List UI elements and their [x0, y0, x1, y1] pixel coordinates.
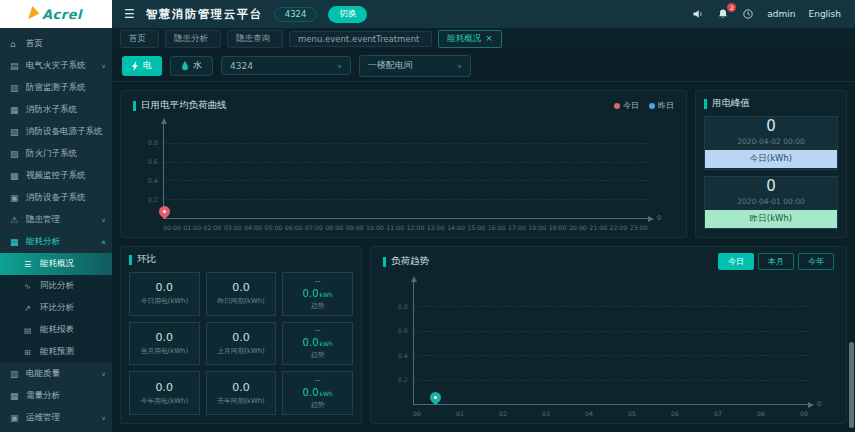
history-clock-icon[interactable]	[742, 8, 754, 20]
peak-panel: 用电峰值 0 2020-04-02 00:00 今日(kWh) 0 2020-0…	[695, 90, 847, 238]
x-axis-arrow-icon	[648, 216, 654, 222]
peak-time-yesterday: 2020-04-01 00:00	[737, 197, 805, 206]
sidebar-item-label: 隐患管理	[26, 214, 99, 226]
data-point-marker	[428, 390, 444, 406]
chevron-icon: ∨	[101, 63, 106, 69]
stat-card: 0.0 当月用电(kWh)	[129, 322, 200, 366]
legend-dot-yesterday	[649, 103, 655, 109]
tab[interactable]: 隐患分析	[165, 30, 221, 48]
sidebar-item[interactable]: ▩ 视频监控子系统	[0, 165, 112, 187]
chevron-icon: ∧	[101, 239, 106, 245]
sidebar-item[interactable]: ⌂ 首页	[0, 33, 112, 55]
sidebar-item[interactable]: ☰ 能耗概况	[0, 253, 112, 275]
legend-dot-today	[614, 103, 620, 109]
trend-card: -- 0.0kWh 趋势	[282, 322, 353, 366]
y-tick: 0.8	[148, 139, 158, 147]
x-tick: 08	[757, 410, 765, 417]
sidebar-item[interactable]: ▦ 需量分析	[0, 385, 112, 407]
range-button[interactable]: 本月	[758, 253, 794, 270]
stat-card: 0.0 上月同期(kWh)	[206, 322, 277, 366]
tab-label: 隐患查询	[236, 33, 270, 45]
sidebar-item[interactable]: ∿ 同比分析	[0, 275, 112, 297]
scrollbar-thumb[interactable]	[849, 342, 854, 428]
huanbi-title: 环比	[137, 253, 156, 266]
logo-text: Acrel	[42, 7, 82, 22]
legend-today[interactable]: 今日	[614, 100, 639, 111]
sidebar-item-icon: ▥	[10, 83, 22, 93]
electric-toggle-button[interactable]: 电	[122, 56, 162, 76]
sidebar-item[interactable]: ⚠ 隐患管理 ∨	[0, 209, 112, 231]
acrel-logo: Acrel	[0, 0, 112, 28]
sidebar-item[interactable]: ▥ 电能质量 ∨	[0, 363, 112, 385]
sidebar-item[interactable]: ⊞ 能耗预测	[0, 341, 112, 363]
tab[interactable]: menu.event.eventTreatment	[289, 31, 432, 47]
y-axis-labels: 0.80.60.40.2	[140, 124, 158, 219]
tab[interactable]: 能耗概况 ×	[438, 30, 502, 48]
x-tick: 09	[800, 410, 808, 417]
range-button[interactable]: 今日	[718, 253, 754, 270]
legend-yesterday[interactable]: 昨日	[649, 100, 674, 111]
sidebar-item[interactable]: ▤ 电气火灾子系统 ∨	[0, 55, 112, 77]
water-drop-icon	[181, 61, 189, 71]
switch-button[interactable]: 切换	[328, 6, 367, 23]
trend-label: 趋势	[311, 400, 325, 410]
x-axis-labels: 00:0001:0002:0003:0004:0005:0006:0007:00…	[163, 224, 648, 231]
dashboard-content: 日用电平均负荷曲线 今日 昨日	[112, 82, 855, 432]
menu-collapse-icon[interactable]: ☰	[124, 7, 135, 21]
range-button[interactable]: 今年	[798, 253, 834, 270]
tab[interactable]: 隐患查询	[227, 30, 283, 48]
sidebar-item-icon: ▦	[10, 237, 22, 247]
sidebar-item[interactable]: ▧ 消防设备电源子系统	[0, 121, 112, 143]
x-tick: 00:00	[163, 224, 181, 231]
sidebar-item-label: 同比分析	[40, 280, 104, 292]
sidebar-item-icon: ⌂	[10, 39, 22, 49]
notification-count-badge: 2	[727, 3, 736, 12]
x-tick: 22:00	[610, 224, 628, 231]
x-tick: 04:00	[244, 224, 262, 231]
app-title: 智慧消防管理云平台	[146, 7, 263, 22]
sidebar-item[interactable]: ▣ 消防设备子系统	[0, 187, 112, 209]
sidebar-item[interactable]: ▦ 消防水子系统	[0, 99, 112, 121]
sidebar-item[interactable]: ▥ 防雷监测子系统	[0, 77, 112, 99]
x-tick: 11:00	[386, 224, 404, 231]
sidebar-item-label: 消防设备电源子系统	[26, 126, 104, 138]
stat-label: 今年用电(kWh)	[141, 396, 188, 406]
x-tick: 14:00	[447, 224, 465, 231]
tab-close-icon[interactable]: ×	[485, 34, 493, 43]
sidebar-item[interactable]: ▨ 防火门子系统	[0, 143, 112, 165]
y-tick: 0.6	[398, 327, 408, 335]
sidebar-item[interactable]: ▣ 运维管理 ∨	[0, 407, 112, 429]
sidebar-item-label: 能耗报表	[40, 324, 104, 336]
admin-user-label[interactable]: admin	[767, 9, 795, 19]
section-accent-bar	[129, 255, 132, 265]
sidebar-item[interactable]: ↗ 环比分析	[0, 297, 112, 319]
logo-mark-icon	[28, 6, 41, 22]
trend-dash: --	[315, 376, 321, 385]
x-tick: 21:00	[589, 224, 607, 231]
stat-label: 去年同期(kWh)	[217, 396, 264, 406]
language-switch[interactable]: English	[809, 9, 842, 19]
x-tick: 09:00	[346, 224, 364, 231]
trend-value: 0.0kWh	[303, 387, 333, 398]
sidebar-item-icon: ▧	[10, 127, 22, 137]
tab[interactable]: 首页	[120, 30, 159, 48]
x-tick: 23:00	[630, 224, 648, 231]
section-accent-bar	[133, 101, 136, 111]
sidebar-item[interactable]: ▦ 能耗分析 ∧	[0, 231, 112, 253]
sidebar-item[interactable]: ▤ 能耗报表	[0, 319, 112, 341]
x-tick: 18:00	[528, 224, 546, 231]
trend-value: 0.0kWh	[303, 288, 333, 299]
stat-card: 0.0 去年同期(kWh)	[206, 371, 277, 415]
stat-label: 今日用电(kWh)	[141, 296, 188, 306]
stat-value: 0.0	[232, 381, 250, 394]
station-select[interactable]: 4324 ∨	[221, 56, 351, 75]
trend-dash: --	[315, 277, 321, 286]
axis-end-label: 0	[657, 214, 661, 222]
volume-icon[interactable]	[692, 8, 704, 20]
sidebar-item-icon: ▣	[10, 193, 22, 203]
water-toggle-button[interactable]: 水	[170, 56, 213, 76]
trend-value: 0.0kWh	[303, 337, 333, 348]
room-select[interactable]: 一楼配电间 ∨	[359, 55, 471, 77]
stat-label: 当月用电(kWh)	[141, 346, 188, 356]
notification-bell-icon[interactable]: 2	[717, 8, 729, 20]
